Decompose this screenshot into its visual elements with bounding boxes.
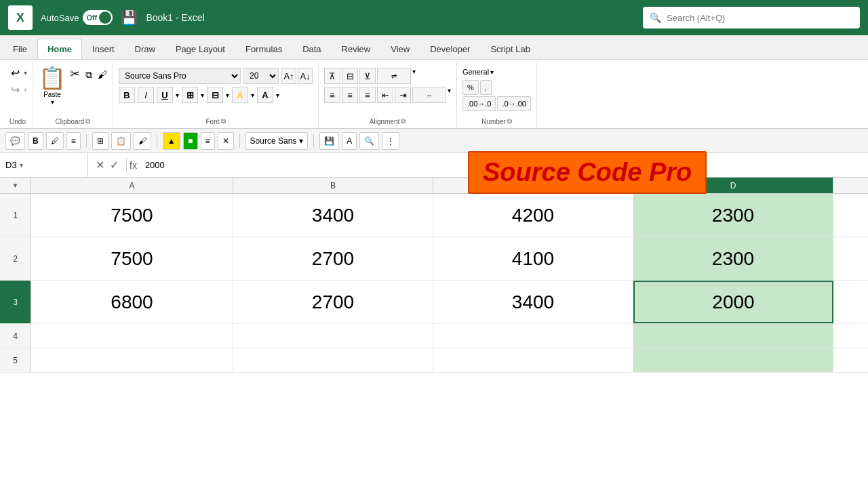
tab-review[interactable]: Review <box>332 39 381 59</box>
tab-page-layout[interactable]: Page Layout <box>165 39 235 59</box>
comma-button[interactable]: , <box>480 80 492 95</box>
tab-home[interactable]: Home <box>37 39 82 59</box>
font-color-dropdown[interactable]: ▾ <box>276 92 279 99</box>
undo-dropdown-icon[interactable]: ▾ <box>24 69 27 77</box>
row-num-2[interactable]: 2 <box>0 237 31 280</box>
col-header-a[interactable]: A <box>31 178 233 193</box>
cell-a5[interactable] <box>31 348 233 372</box>
row-num-3[interactable]: 3 <box>0 281 31 323</box>
cell-d5[interactable] <box>633 348 833 372</box>
tab-developer[interactable]: Developer <box>420 39 480 59</box>
wrap-quick-btn[interactable]: ≡ <box>201 132 215 150</box>
search-bar[interactable]: 🔍 <box>643 7 860 28</box>
delete-quick-btn[interactable]: ✕ <box>218 132 234 150</box>
decrease-font-size-button[interactable]: A↓ <box>298 68 313 84</box>
merge-center-dropdown[interactable]: ▾ <box>448 87 451 103</box>
bold-button[interactable]: B <box>119 87 135 103</box>
format-painter-button[interactable]: 🖌 <box>98 69 107 81</box>
increase-font-size-button[interactable]: A↑ <box>281 68 296 84</box>
cell-b1[interactable]: 3400 <box>233 194 433 237</box>
save-icon[interactable]: 💾 <box>121 9 138 26</box>
format-quick-btn[interactable]: 📋 <box>111 132 131 150</box>
decrease-indent-button[interactable]: ⇤ <box>377 87 393 103</box>
wrap-dropdown[interactable]: ▾ <box>412 68 416 84</box>
align-bottom-button[interactable]: ⊻ <box>359 68 376 84</box>
wrap-text-button[interactable]: ⇌ <box>377 68 411 84</box>
more-quick-btn[interactable]: ⋮ <box>382 132 399 150</box>
insert-function-button[interactable]: fx <box>127 160 140 171</box>
save-quick-btn[interactable]: 💾 <box>319 132 339 150</box>
borders-button[interactable]: ⊞ <box>182 87 198 103</box>
tab-insert[interactable]: Insert <box>82 39 125 59</box>
cell-c5[interactable] <box>433 348 633 372</box>
align-right-button[interactable]: ≡ <box>359 87 376 103</box>
font-name-select[interactable]: Source Sans Pro <box>119 68 241 84</box>
cell-ref-dropdown[interactable]: ▾ <box>20 161 23 169</box>
col-header-b[interactable]: B <box>233 178 433 193</box>
number-dropdown[interactable]: ▾ <box>490 68 494 76</box>
green-quick-btn[interactable]: ■ <box>183 132 198 150</box>
italic-button[interactable]: I <box>138 87 154 103</box>
cell-c3[interactable]: 3400 <box>433 281 633 323</box>
merge-dropdown[interactable]: ▾ <box>226 92 229 99</box>
format-a-quick-btn[interactable]: A <box>342 132 357 150</box>
cell-reference-box[interactable]: D3 ▾ <box>0 153 88 177</box>
paste-dropdown-icon[interactable]: ▾ <box>51 98 54 106</box>
font-size-select[interactable]: 20 <box>243 68 279 84</box>
highlight-quick-btn[interactable]: 🖊 <box>46 132 64 150</box>
tab-script-lab[interactable]: Script Lab <box>480 39 540 59</box>
merge-button[interactable]: ⊟ <box>207 87 223 103</box>
cell-d3[interactable]: 2000 <box>633 281 833 323</box>
cell-d2[interactable]: 2300 <box>633 237 833 280</box>
cell-a2[interactable]: 7500 <box>31 237 233 280</box>
zoom-quick-btn[interactable]: 🔍 <box>359 132 379 150</box>
redo-button[interactable]: ↪ <box>8 82 22 98</box>
alignment-dialog-launcher[interactable]: ⧉ <box>401 117 406 125</box>
increase-decimal-button[interactable]: .0→.00 <box>497 96 530 111</box>
redo-dropdown-icon[interactable]: ▾ <box>24 86 27 94</box>
underline-dropdown[interactable]: ▾ <box>176 92 179 99</box>
align-quick-btn[interactable]: ≡ <box>66 132 81 150</box>
confirm-formula-button[interactable]: ✓ <box>108 159 121 171</box>
bold-quick-btn[interactable]: B <box>28 132 43 150</box>
row-num-1[interactable]: 1 <box>0 194 31 237</box>
cell-d4[interactable] <box>633 324 833 348</box>
cell-b5[interactable] <box>233 348 433 372</box>
undo-button[interactable]: ↩ <box>8 65 22 81</box>
paste-button[interactable]: 📋 <box>39 65 66 91</box>
autosave-toggle[interactable]: Off <box>83 10 113 25</box>
align-top-button[interactable]: ⊼ <box>324 68 340 84</box>
cancel-formula-button[interactable]: ✕ <box>94 159 106 171</box>
borders-dropdown[interactable]: ▾ <box>201 92 204 99</box>
select-all-triangle[interactable]: ▼ <box>12 182 19 189</box>
tab-draw[interactable]: Draw <box>125 39 165 59</box>
cell-c1[interactable]: 4200 <box>433 194 633 237</box>
highlight-dropdown[interactable]: ▾ <box>251 92 254 99</box>
search-input[interactable] <box>667 13 853 23</box>
number-dialog-launcher[interactable]: ⧉ <box>507 117 512 125</box>
row-num-4[interactable]: 4 <box>0 324 31 348</box>
cell-a3[interactable]: 6800 <box>31 281 233 323</box>
align-center-button[interactable]: ≡ <box>342 87 358 103</box>
cell-b4[interactable] <box>233 324 433 348</box>
underline-button[interactable]: U <box>157 87 173 103</box>
increase-indent-button[interactable]: ⇥ <box>395 87 411 103</box>
cell-b2[interactable]: 2700 <box>233 237 433 280</box>
cut-button[interactable]: ✂ <box>70 66 80 81</box>
font-dialog-launcher[interactable]: ⧉ <box>221 117 226 125</box>
cell-d1[interactable]: 2300 <box>633 194 833 237</box>
cell-a1[interactable]: 7500 <box>31 194 233 237</box>
cell-a4[interactable] <box>31 324 233 348</box>
fill-color-quick-btn[interactable]: ▲ <box>163 132 180 150</box>
align-left-button[interactable]: ≡ <box>324 87 340 103</box>
paint-quick-btn[interactable]: 🖌 <box>134 132 151 150</box>
tab-data[interactable]: Data <box>292 39 331 59</box>
cell-c4[interactable] <box>433 324 633 348</box>
row-num-5[interactable]: 5 <box>0 348 31 372</box>
highlight-color-button[interactable]: A <box>232 87 248 103</box>
tab-formulas[interactable]: Formulas <box>235 39 292 59</box>
align-middle-button[interactable]: ⊟ <box>342 68 358 84</box>
clipboard-dialog-launcher[interactable]: ⧉ <box>85 117 90 125</box>
cell-b3[interactable]: 2700 <box>233 281 433 323</box>
tab-file[interactable]: File <box>3 39 37 59</box>
